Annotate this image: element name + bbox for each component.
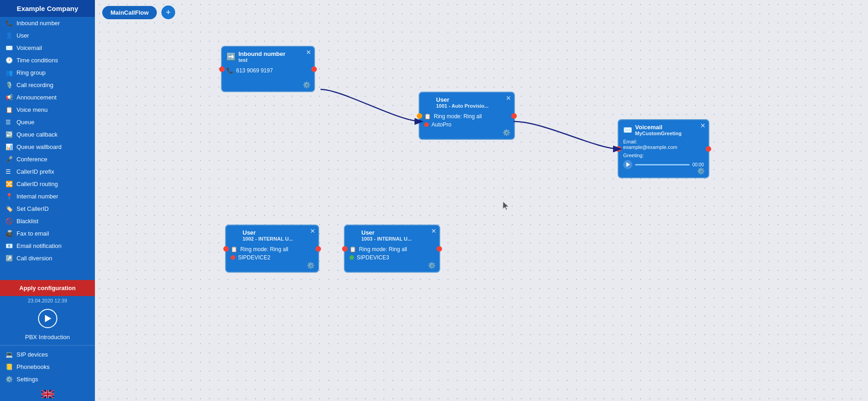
maincallflow-button[interactable]: MainCallFlow xyxy=(102,6,157,19)
voicemail-right-connector[interactable] xyxy=(706,146,711,152)
user3-left-connector[interactable] xyxy=(342,246,348,252)
sidebar-item-queue[interactable]: ☰ Queue xyxy=(0,116,95,128)
inbound-right-connector[interactable] xyxy=(311,66,317,72)
cursor-indicator xyxy=(503,202,507,205)
sidebar-item-email-notification[interactable]: 📧 Email notification xyxy=(0,240,95,252)
topbar: MainCallFlow + xyxy=(102,5,175,19)
user1-right-connector[interactable] xyxy=(511,113,517,119)
user3-gear-icon[interactable]: ⚙️ xyxy=(428,262,436,269)
user2-right-connector[interactable] xyxy=(315,246,321,252)
sidebar-item-internal-number[interactable]: 📍 Internal number xyxy=(0,190,95,203)
voicemail-gear-icon[interactable]: ⚙️ xyxy=(697,167,705,175)
sidebar-item-voice-menu[interactable]: 📋 Voice menu xyxy=(0,104,95,116)
callerid-routing-icon: 🔀 xyxy=(6,181,13,187)
inbound-close-button[interactable]: ✕ xyxy=(306,49,311,56)
sidebar-item-conference[interactable]: 🎤 Conference xyxy=(0,153,95,165)
user3-right-connector[interactable] xyxy=(437,246,442,252)
announcement-icon: 📢 xyxy=(6,94,13,101)
inbound-left-connector[interactable] xyxy=(219,66,225,72)
greeting-label: Greeting: xyxy=(619,151,708,159)
callerid-prefix-icon: ☰ xyxy=(6,168,13,175)
sidebar-item-call-recording[interactable]: 🎙️ Call recording xyxy=(0,79,95,91)
user2-ring-mode: Ring mode: Ring all xyxy=(240,246,288,253)
sidebar-item-voicemail[interactable]: ✉️ Voicemail xyxy=(0,42,95,54)
queue-wallboard-icon: 📊 xyxy=(6,143,13,150)
sidebar-label: Inbound number xyxy=(17,20,60,27)
voicemail-left-connector[interactable] xyxy=(616,146,621,152)
sidebar-item-callerid-routing[interactable]: 🔀 CallerID routing xyxy=(0,178,95,190)
apply-config-button[interactable]: Apply configuration xyxy=(0,280,95,296)
phonebooks-icon: 📒 xyxy=(6,363,13,370)
sidebar-item-phonebooks[interactable]: 📒 Phonebooks xyxy=(0,361,95,373)
user3-status-dot xyxy=(349,255,354,260)
sidebar-item-queue-wallboard[interactable]: 📊 Queue wallboard xyxy=(0,141,95,153)
sidebar-scroll: 📞 Inbound number 👤 User ✉️ Voicemail 🕐 T… xyxy=(0,17,95,280)
sidebar-item-queue-callback[interactable]: ↩️ Queue callback xyxy=(0,128,95,141)
sidebar-label: Time conditions xyxy=(17,57,58,64)
user1-header: 👤 User 1001 - Auto Provisio... xyxy=(420,93,514,110)
user1-ring-row: 📋 Ring mode: Ring all xyxy=(424,112,509,121)
greeting-player: 00:00 xyxy=(619,159,708,173)
play-button[interactable] xyxy=(38,309,57,328)
sidebar-item-user[interactable]: 👤 User xyxy=(0,29,95,42)
inbound-gear-icon[interactable]: ⚙️ xyxy=(303,81,310,88)
user3-node: ✕ 👤 User 1003 - INTERNAL U... 📋 Ring mod… xyxy=(344,225,440,273)
user2-status: SIPDEVICE2 xyxy=(238,254,271,261)
company-name: Example Company xyxy=(0,0,95,17)
sidebar-item-ring-group[interactable]: 👥 Ring group xyxy=(0,66,95,79)
inbound-body: 📞 613 9069 9197 xyxy=(222,65,314,78)
voicemail-subtitle: MyCustomGreeting xyxy=(635,131,681,136)
play-button-container xyxy=(0,305,95,332)
email-label: Email: xyxy=(623,139,704,144)
queue-icon: ☰ xyxy=(6,119,13,126)
user2-header: 👤 User 1002 - INTERNAL U... xyxy=(226,225,318,243)
greeting-progress-bar xyxy=(635,164,690,165)
user2-ring-row: 📋 Ring mode: Ring all xyxy=(231,245,314,253)
sidebar-label: CallerID routing xyxy=(17,181,58,187)
main-canvas: MainCallFlow + ✕ ➡️ Inbound number test xyxy=(95,0,868,401)
user2-status-row: SIPDEVICE2 xyxy=(231,253,314,262)
sidebar-label: Ring group xyxy=(17,69,46,76)
set-callerid-icon: 🏷️ xyxy=(6,205,13,212)
sidebar-label: Voicemail xyxy=(17,44,42,51)
user1-close-button[interactable]: ✕ xyxy=(506,94,511,102)
pbx-label: PBX Introduction xyxy=(0,332,95,344)
greeting-play-button[interactable] xyxy=(623,160,632,169)
sidebar-item-callerid-prefix[interactable]: ☰ CallerID prefix xyxy=(0,165,95,178)
user3-close-button[interactable]: ✕ xyxy=(431,227,437,235)
sidebar-item-fax-to-email[interactable]: 📠 Fax to email xyxy=(0,227,95,240)
voicemail-close-button[interactable]: ✕ xyxy=(700,122,706,129)
sidebar-label: Email notification xyxy=(17,242,61,249)
arrows-svg xyxy=(95,0,868,401)
user2-close-button[interactable]: ✕ xyxy=(310,227,315,235)
user3-status-row: SIPDEVICE3 xyxy=(349,253,435,262)
sidebar-label: User xyxy=(17,32,29,39)
user1-subtitle: 1001 - Auto Provisio... xyxy=(436,103,489,109)
user3-status: SIPDEVICE3 xyxy=(357,254,389,261)
user2-gear-icon[interactable]: ⚙️ xyxy=(307,262,315,269)
fax-to-email-icon: 📠 xyxy=(6,230,13,237)
sidebar-item-set-callerid[interactable]: 🏷️ Set CallerID xyxy=(0,203,95,215)
user1-gear-icon[interactable]: ⚙️ xyxy=(503,129,510,136)
user-icon: 👤 xyxy=(6,32,13,39)
sidebar-item-announcement[interactable]: 📢 Announcement xyxy=(0,91,95,104)
sidebar-item-inbound-number[interactable]: 📞 Inbound number xyxy=(0,17,95,29)
queue-callback-icon: ↩️ xyxy=(6,131,13,138)
user2-left-connector[interactable] xyxy=(223,246,229,252)
ring-mode2-icon: 📋 xyxy=(231,246,238,253)
user2-person-icon: 👤 xyxy=(231,231,240,240)
inbound-title: Inbound number xyxy=(238,50,286,57)
sidebar-item-blacklist[interactable]: 🚫 Blacklist xyxy=(0,215,95,227)
email-value: example@example.com xyxy=(623,144,704,150)
user3-body: 📋 Ring mode: Ring all SIPDEVICE3 xyxy=(345,243,439,265)
ring-mode3-icon: 📋 xyxy=(349,246,356,253)
user1-body: 📋 Ring mode: Ring all AutoPro xyxy=(420,110,514,132)
add-flow-button[interactable]: + xyxy=(161,5,175,19)
sidebar-item-call-diversion[interactable]: ↗️ Call diversion xyxy=(0,252,95,264)
user1-left-connector[interactable] xyxy=(417,113,422,119)
sidebar-item-time-conditions[interactable]: 🕐 Time conditions xyxy=(0,54,95,66)
sidebar-item-sip-devices[interactable]: 💻 SIP devices xyxy=(0,348,95,361)
sidebar-item-settings[interactable]: ⚙️ Settings xyxy=(0,373,95,385)
user3-subtitle: 1003 - INTERNAL U... xyxy=(361,236,412,242)
sidebar-label: Internal number xyxy=(17,193,58,200)
